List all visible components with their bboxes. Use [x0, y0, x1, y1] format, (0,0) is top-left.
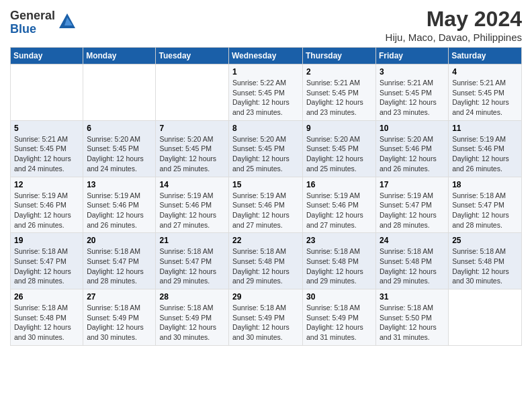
calendar-week-3: 12Sunrise: 5:19 AM Sunset: 5:46 PM Dayli…: [11, 177, 522, 233]
calendar-cell: 9Sunrise: 5:20 AM Sunset: 5:45 PM Daylig…: [303, 120, 376, 177]
day-detail: Sunrise: 5:18 AM Sunset: 5:49 PM Dayligh…: [232, 303, 299, 342]
day-number: 20: [87, 236, 152, 245]
calendar-cell: 3Sunrise: 5:21 AM Sunset: 5:45 PM Daylig…: [376, 64, 449, 121]
weekday-header-row: SundayMondayTuesdayWednesdayThursdayFrid…: [11, 48, 522, 64]
day-detail: Sunrise: 5:21 AM Sunset: 5:45 PM Dayligh…: [452, 78, 518, 118]
calendar-week-2: 5Sunrise: 5:21 AM Sunset: 5:45 PM Daylig…: [11, 120, 522, 177]
day-number: 29: [232, 292, 299, 302]
day-detail: Sunrise: 5:18 AM Sunset: 5:49 PM Dayligh…: [159, 303, 225, 342]
calendar-cell: [11, 64, 83, 121]
calendar-cell: 30Sunrise: 5:18 AM Sunset: 5:49 PM Dayli…: [303, 289, 376, 346]
day-number: 27: [87, 292, 152, 302]
day-number: 23: [306, 236, 372, 245]
day-number: 3: [380, 67, 445, 77]
day-number: 8: [232, 124, 299, 133]
calendar-cell: 16Sunrise: 5:19 AM Sunset: 5:46 PM Dayli…: [303, 177, 376, 233]
calendar-cell: 31Sunrise: 5:18 AM Sunset: 5:50 PM Dayli…: [376, 289, 449, 346]
day-number: 9: [306, 124, 372, 133]
calendar-week-4: 19Sunrise: 5:18 AM Sunset: 5:47 PM Dayli…: [11, 233, 522, 289]
weekday-header-saturday: Saturday: [449, 48, 522, 64]
day-number: 17: [380, 180, 445, 189]
calendar-week-1: 1Sunrise: 5:22 AM Sunset: 5:45 PM Daylig…: [11, 64, 522, 121]
calendar-cell: 4Sunrise: 5:21 AM Sunset: 5:45 PM Daylig…: [449, 64, 522, 121]
logo-icon: [58, 12, 77, 31]
day-number: 22: [232, 236, 299, 245]
day-detail: Sunrise: 5:18 AM Sunset: 5:48 PM Dayligh…: [14, 303, 79, 342]
weekday-header-tuesday: Tuesday: [156, 48, 229, 64]
calendar-cell: 27Sunrise: 5:18 AM Sunset: 5:49 PM Dayli…: [83, 289, 156, 346]
day-number: 12: [14, 180, 79, 189]
calendar-cell: 7Sunrise: 5:20 AM Sunset: 5:45 PM Daylig…: [156, 120, 229, 177]
calendar-cell: 11Sunrise: 5:19 AM Sunset: 5:46 PM Dayli…: [449, 120, 522, 177]
day-number: 16: [306, 180, 372, 189]
day-detail: Sunrise: 5:22 AM Sunset: 5:45 PM Dayligh…: [232, 78, 299, 118]
day-detail: Sunrise: 5:20 AM Sunset: 5:46 PM Dayligh…: [380, 134, 445, 174]
title-block: May 2024 Hiju, Maco, Davao, Philippines: [386, 7, 522, 43]
calendar-cell: 17Sunrise: 5:19 AM Sunset: 5:47 PM Dayli…: [376, 177, 449, 233]
calendar-cell: 1Sunrise: 5:22 AM Sunset: 5:45 PM Daylig…: [229, 64, 303, 121]
day-detail: Sunrise: 5:20 AM Sunset: 5:45 PM Dayligh…: [159, 134, 225, 174]
calendar-cell: [156, 64, 229, 121]
day-detail: Sunrise: 5:18 AM Sunset: 5:47 PM Dayligh…: [452, 191, 518, 230]
day-detail: Sunrise: 5:19 AM Sunset: 5:46 PM Dayligh…: [232, 191, 299, 230]
day-detail: Sunrise: 5:18 AM Sunset: 5:48 PM Dayligh…: [232, 246, 299, 286]
day-detail: Sunrise: 5:18 AM Sunset: 5:47 PM Dayligh…: [159, 246, 225, 286]
day-number: 21: [159, 236, 225, 245]
page-header: General Blue May 2024 Hiju, Maco, Davao,…: [10, 7, 522, 43]
day-detail: Sunrise: 5:18 AM Sunset: 5:48 PM Dayligh…: [306, 246, 372, 286]
calendar-cell: 6Sunrise: 5:20 AM Sunset: 5:45 PM Daylig…: [83, 120, 156, 177]
day-detail: Sunrise: 5:18 AM Sunset: 5:48 PM Dayligh…: [452, 246, 518, 286]
calendar-cell: 24Sunrise: 5:18 AM Sunset: 5:48 PM Dayli…: [376, 233, 449, 289]
day-detail: Sunrise: 5:19 AM Sunset: 5:46 PM Dayligh…: [452, 134, 518, 174]
calendar-table: SundayMondayTuesdayWednesdayThursdayFrid…: [10, 47, 522, 346]
day-number: 24: [380, 236, 445, 245]
day-number: 19: [14, 236, 79, 245]
weekday-header-monday: Monday: [83, 48, 156, 64]
calendar-cell: 13Sunrise: 5:19 AM Sunset: 5:46 PM Dayli…: [83, 177, 156, 233]
calendar-cell: 8Sunrise: 5:20 AM Sunset: 5:45 PM Daylig…: [229, 120, 303, 177]
day-detail: Sunrise: 5:18 AM Sunset: 5:49 PM Dayligh…: [306, 303, 372, 342]
day-detail: Sunrise: 5:21 AM Sunset: 5:45 PM Dayligh…: [306, 78, 372, 118]
calendar-cell: 19Sunrise: 5:18 AM Sunset: 5:47 PM Dayli…: [11, 233, 83, 289]
day-detail: Sunrise: 5:18 AM Sunset: 5:48 PM Dayligh…: [380, 246, 445, 286]
calendar-cell: 26Sunrise: 5:18 AM Sunset: 5:48 PM Dayli…: [11, 289, 83, 346]
calendar-title: May 2024: [386, 7, 522, 32]
day-number: 25: [452, 236, 518, 245]
day-number: 1: [232, 67, 299, 77]
day-number: 7: [159, 124, 225, 133]
calendar-cell: 10Sunrise: 5:20 AM Sunset: 5:46 PM Dayli…: [376, 120, 449, 177]
calendar-cell: 21Sunrise: 5:18 AM Sunset: 5:47 PM Dayli…: [156, 233, 229, 289]
logo: General Blue: [10, 9, 77, 36]
day-number: 2: [306, 67, 372, 77]
logo-general-text: General: [10, 9, 55, 23]
day-detail: Sunrise: 5:19 AM Sunset: 5:46 PM Dayligh…: [14, 191, 79, 230]
weekday-header-wednesday: Wednesday: [229, 48, 303, 64]
calendar-cell: [83, 64, 156, 121]
calendar-cell: 14Sunrise: 5:19 AM Sunset: 5:46 PM Dayli…: [156, 177, 229, 233]
calendar-cell: 25Sunrise: 5:18 AM Sunset: 5:48 PM Dayli…: [449, 233, 522, 289]
day-number: 18: [452, 180, 518, 189]
calendar-subtitle: Hiju, Maco, Davao, Philippines: [386, 32, 522, 43]
day-detail: Sunrise: 5:18 AM Sunset: 5:50 PM Dayligh…: [380, 303, 445, 342]
day-detail: Sunrise: 5:19 AM Sunset: 5:46 PM Dayligh…: [306, 191, 372, 230]
day-number: 15: [232, 180, 299, 189]
day-number: 31: [380, 292, 445, 302]
day-detail: Sunrise: 5:18 AM Sunset: 5:49 PM Dayligh…: [87, 303, 152, 342]
logo-blue-text: Blue: [10, 23, 55, 36]
day-detail: Sunrise: 5:19 AM Sunset: 5:46 PM Dayligh…: [159, 191, 225, 230]
day-number: 30: [306, 292, 372, 302]
calendar-cell: 5Sunrise: 5:21 AM Sunset: 5:45 PM Daylig…: [11, 120, 83, 177]
day-detail: Sunrise: 5:21 AM Sunset: 5:45 PM Dayligh…: [14, 134, 79, 174]
calendar-cell: 23Sunrise: 5:18 AM Sunset: 5:48 PM Dayli…: [303, 233, 376, 289]
day-number: 28: [159, 292, 225, 302]
weekday-header-sunday: Sunday: [11, 48, 83, 64]
calendar-cell: [449, 289, 522, 346]
weekday-header-thursday: Thursday: [303, 48, 376, 64]
day-number: 5: [14, 124, 79, 133]
calendar-cell: 12Sunrise: 5:19 AM Sunset: 5:46 PM Dayli…: [11, 177, 83, 233]
calendar-cell: 2Sunrise: 5:21 AM Sunset: 5:45 PM Daylig…: [303, 64, 376, 121]
calendar-cell: 15Sunrise: 5:19 AM Sunset: 5:46 PM Dayli…: [229, 177, 303, 233]
day-number: 4: [452, 67, 518, 77]
day-number: 13: [87, 180, 152, 189]
calendar-cell: 29Sunrise: 5:18 AM Sunset: 5:49 PM Dayli…: [229, 289, 303, 346]
